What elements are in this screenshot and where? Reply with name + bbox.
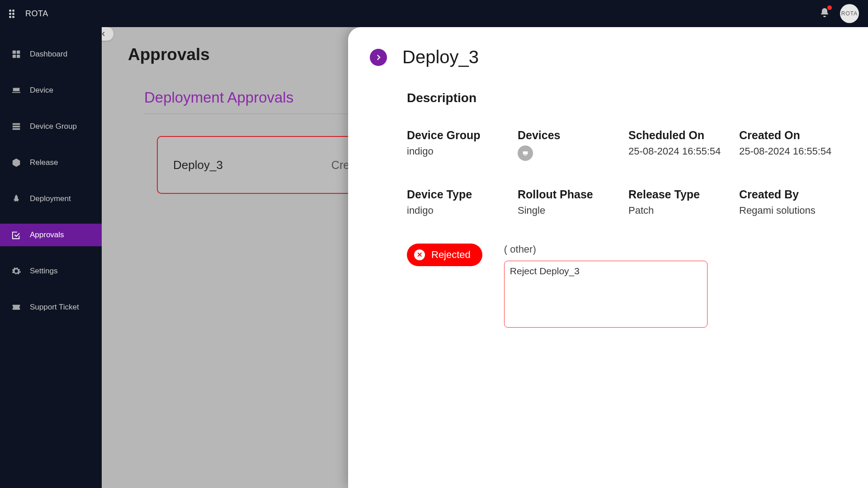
device-icon (11, 85, 22, 96)
svg-rect-0 (13, 51, 16, 54)
field-value: indigo (407, 145, 518, 157)
sidebar-item-settings[interactable]: Settings (0, 260, 102, 282)
sidebar-item-support-ticket[interactable]: Support Ticket (0, 296, 102, 319)
field-device-group: Device Group indigo (407, 129, 518, 161)
detail-panel: Deploy_3 Description Device Group indigo… (348, 27, 868, 488)
avatar[interactable]: ROTA (840, 4, 859, 23)
approvals-icon (11, 230, 22, 240)
reason-label: ( other) (504, 244, 708, 255)
status-row: ✕ Rejected ( other) (407, 244, 844, 328)
field-label: Scheduled On (628, 129, 739, 142)
reason-column: ( other) (504, 244, 708, 328)
devices-icon[interactable] (518, 145, 533, 161)
sidebar-item-approvals[interactable]: Approvals (0, 224, 102, 246)
panel-title: Deploy_3 (402, 47, 479, 67)
sidebar-collapse-button[interactable] (102, 27, 113, 41)
sidebar-item-label: Deployment (30, 194, 71, 203)
notification-badge (827, 5, 832, 10)
field-created-on: Created On 25-08-2024 16:55:54 (739, 129, 850, 161)
svg-rect-4 (13, 123, 20, 125)
dashboard-icon (11, 49, 22, 60)
sidebar-item-release[interactable]: Release (0, 151, 102, 174)
ticket-icon (11, 302, 22, 313)
field-label: Devices (518, 129, 628, 142)
sidebar-item-label: Dashboard (30, 50, 67, 59)
status-label: Rejected (431, 249, 471, 261)
chevron-left-icon (102, 31, 107, 37)
release-icon (11, 157, 22, 168)
field-device-type: Device Type indigo (407, 188, 518, 216)
field-label: Rollout Phase (518, 188, 628, 201)
field-scheduled-on: Scheduled On 25-08-2024 16:55:54 (628, 129, 739, 161)
svg-rect-8 (524, 155, 526, 155)
panel-close-button[interactable] (370, 49, 387, 66)
svg-rect-2 (13, 55, 16, 58)
info-grid: Device Group indigo Devices Scheduled On… (407, 129, 844, 216)
sidebar-item-deployment[interactable]: Deployment (0, 188, 102, 210)
reason-textarea[interactable] (504, 261, 708, 328)
sidebar-item-label: Device Group (30, 122, 77, 131)
status-badge-rejected: ✕ Rejected (407, 244, 482, 266)
field-value: indigo (407, 205, 518, 216)
field-label: Device Type (407, 188, 518, 201)
sidebar: Dashboard Device Device Group Release De… (0, 27, 102, 488)
sidebar-item-device[interactable]: Device (0, 79, 102, 102)
deployment-icon (11, 193, 22, 204)
svg-rect-7 (523, 151, 528, 155)
svg-rect-5 (13, 126, 20, 127)
field-value: 25-08-2024 16:55:54 (628, 145, 739, 157)
app-grid-icon[interactable] (9, 9, 17, 18)
sidebar-item-label: Settings (30, 267, 57, 276)
svg-rect-3 (17, 55, 20, 58)
panel-header: Deploy_3 (370, 47, 844, 67)
sidebar-item-dashboard[interactable]: Dashboard (0, 43, 102, 66)
sidebar-item-label: Release (30, 158, 58, 167)
sidebar-item-label: Approvals (30, 230, 64, 239)
brand-name: ROTA (25, 9, 48, 19)
device-group-icon (11, 121, 22, 132)
field-rollout-phase: Rollout Phase Single (518, 188, 628, 216)
sidebar-item-label: Support Ticket (30, 303, 79, 312)
sidebar-item-device-group[interactable]: Device Group (0, 115, 102, 138)
field-label: Created By (739, 188, 850, 201)
topbar-right: ROTA (819, 4, 859, 23)
field-value: Patch (628, 205, 739, 216)
svg-rect-6 (13, 128, 20, 130)
sidebar-item-label: Device (30, 86, 53, 95)
gear-icon (11, 266, 22, 277)
field-devices: Devices (518, 129, 628, 161)
description-heading: Description (407, 91, 844, 105)
svg-rect-1 (17, 51, 20, 54)
topbar: ROTA ROTA (0, 0, 868, 27)
field-value: 25-08-2024 16:55:54 (739, 145, 850, 157)
field-label: Device Group (407, 129, 518, 142)
field-label: Release Type (628, 188, 739, 201)
x-circle-icon: ✕ (414, 249, 425, 260)
approval-card-name: Deploy_3 (173, 158, 223, 172)
main-content: Approvals Deployment Approvals Deploy_3 … (102, 27, 868, 488)
notifications-button[interactable] (819, 7, 830, 20)
field-value: Regami solutions (739, 205, 850, 216)
field-created-by: Created By Regami solutions (739, 188, 850, 216)
field-release-type: Release Type Patch (628, 188, 739, 216)
topbar-left: ROTA (9, 9, 48, 19)
field-label: Created On (739, 129, 850, 142)
field-value: Single (518, 205, 628, 216)
chevron-right-icon (374, 53, 382, 61)
